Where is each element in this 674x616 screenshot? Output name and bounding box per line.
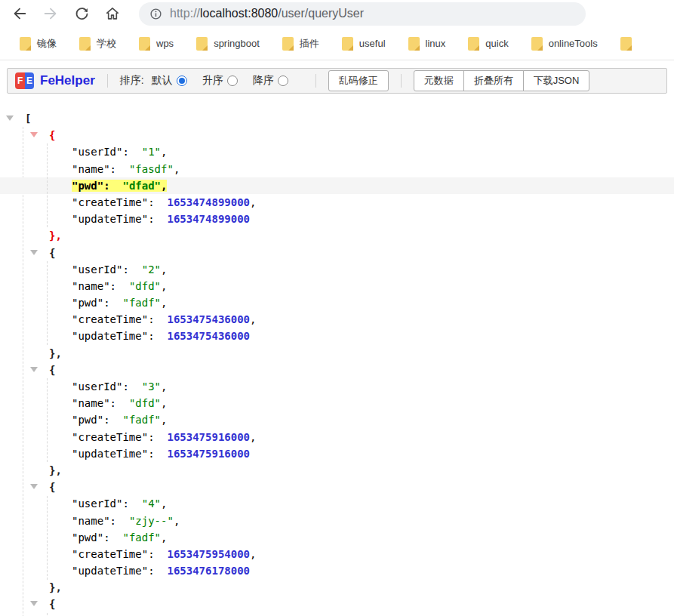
- home-icon[interactable]: [103, 5, 122, 23]
- json-token: "3": [142, 380, 161, 393]
- radio-descending[interactable]: [278, 75, 288, 86]
- json-line[interactable]: "userId": "3",: [0, 378, 674, 395]
- json-pair[interactable]: "name": "dfd",: [72, 280, 167, 292]
- json-line[interactable]: "name": "fasdf",: [0, 161, 674, 177]
- radio-default[interactable]: [177, 75, 187, 86]
- bookmark-folder-icon: [531, 37, 543, 51]
- collapse-arrow-icon[interactable]: [30, 250, 38, 255]
- bookmark-item[interactable]: linux: [408, 37, 446, 51]
- bookmark-item[interactable]: 学校: [79, 37, 116, 51]
- json-token: :: [148, 196, 167, 208]
- json-token: ,: [174, 515, 180, 527]
- json-token: {: [49, 129, 55, 141]
- json-line[interactable]: "updateTime": 1653475436000: [0, 328, 674, 344]
- json-line[interactable]: "updateTime": 1653476178000: [0, 562, 674, 579]
- json-line[interactable]: },: [0, 579, 674, 596]
- json-line[interactable]: "userId": "4",: [0, 495, 674, 512]
- json-line[interactable]: "userId": "2",: [0, 261, 674, 278]
- json-pair[interactable]: "name": "zjy--",: [72, 515, 180, 527]
- json-token: "name": [72, 163, 110, 175]
- collapse-arrow-icon[interactable]: [30, 132, 38, 137]
- json-token: 1653475436000: [167, 313, 250, 325]
- download-json-button[interactable]: 下载JSON: [523, 70, 590, 91]
- json-pair[interactable]: "updateTime": 1653475916000: [72, 448, 250, 460]
- json-pair[interactable]: "updateTime": 1653476178000: [72, 565, 250, 577]
- highlighted-json-pair[interactable]: "pwd": "dfad",: [72, 180, 167, 192]
- json-pair[interactable]: "updateTime": 1653474899000: [72, 213, 250, 225]
- json-line[interactable]: {: [0, 479, 674, 495]
- json-line[interactable]: "createTime": 1653474899000,: [0, 194, 674, 211]
- bookmark-item[interactable]: useful: [342, 37, 386, 51]
- json-line[interactable]: "name": "zjy--",: [0, 513, 674, 529]
- sort-option-descending[interactable]: 降序: [253, 74, 288, 88]
- json-pair[interactable]: "name": "fasdf",: [72, 163, 180, 175]
- back-icon[interactable]: [11, 5, 29, 23]
- json-token: ,: [161, 297, 167, 309]
- json-line[interactable]: "name": "dfd",: [0, 395, 674, 411]
- json-token: :: [103, 531, 122, 544]
- json-line[interactable]: "updateTime": 1653475916000: [0, 445, 674, 462]
- json-token: :: [110, 397, 129, 409]
- forward-icon[interactable]: [42, 5, 60, 23]
- json-line[interactable]: "pwd": "fadf",: [0, 411, 674, 428]
- json-line[interactable]: "userId": "1",: [0, 143, 674, 160]
- collapse-arrow-icon[interactable]: [30, 601, 38, 606]
- json-line[interactable]: {: [0, 596, 674, 612]
- json-line[interactable]: "pwd": "fadf",: [0, 529, 674, 546]
- json-pair[interactable]: "pwd": "fadf",: [72, 297, 167, 309]
- json-token: ,: [161, 146, 167, 158]
- json-line[interactable]: "updateTime": 1653474899000: [0, 211, 674, 227]
- bookmark-item[interactable]: wps: [139, 37, 174, 51]
- json-line[interactable]: },: [0, 462, 674, 479]
- json-line[interactable]: "createTime": 1653475916000,: [0, 429, 674, 445]
- divider: [401, 74, 402, 88]
- json-line[interactable]: "pwd": "dfad",: [0, 177, 674, 194]
- json-line[interactable]: [: [0, 110, 674, 127]
- json-pair[interactable]: "createTime": 1653475916000,: [72, 431, 256, 443]
- collapse-arrow-icon[interactable]: [30, 484, 38, 489]
- fix-encoding-button[interactable]: 乱码修正: [328, 70, 389, 91]
- json-token: "fasdf": [129, 163, 174, 175]
- json-pair[interactable]: "userId": "4",: [72, 497, 167, 510]
- json-line[interactable]: "createTime": 1653475436000,: [0, 311, 674, 328]
- json-pair[interactable]: "pwd": "fadf",: [72, 531, 167, 544]
- json-line[interactable]: "userId": "5",: [0, 613, 674, 616]
- json-pair[interactable]: "createTime": 1653474899000,: [72, 196, 256, 208]
- json-pair[interactable]: "userId": "3",: [72, 380, 167, 393]
- json-pair[interactable]: "updateTime": 1653475436000: [72, 330, 250, 342]
- json-line[interactable]: {: [0, 127, 674, 143]
- bookmark-item[interactable]: springboot: [196, 37, 260, 51]
- sort-option-default[interactable]: 默认: [152, 74, 187, 88]
- collapse-arrow-icon[interactable]: [30, 367, 38, 372]
- refresh-icon[interactable]: [72, 5, 91, 23]
- json-line[interactable]: "createTime": 1653475954000,: [0, 546, 674, 562]
- radio-ascending[interactable]: [227, 75, 238, 86]
- json-pair[interactable]: "userId": "2",: [72, 263, 167, 276]
- bookmark-item[interactable]: quick: [468, 37, 508, 51]
- collapse-arrow-icon[interactable]: [6, 116, 14, 121]
- sort-option-ascending[interactable]: 升序: [202, 74, 238, 88]
- collapse-all-button[interactable]: 折叠所有: [463, 70, 524, 91]
- json-pair[interactable]: "userId": "1",: [72, 146, 167, 158]
- indent-guide: [47, 613, 48, 616]
- json-line[interactable]: "pwd": "fadf",: [0, 294, 674, 311]
- json-pair[interactable]: "createTime": 1653475954000,: [72, 548, 256, 560]
- page-info-icon[interactable]: [149, 8, 162, 20]
- json-token: {: [49, 598, 55, 610]
- json-line[interactable]: "name": "dfd",: [0, 278, 674, 294]
- json-pair[interactable]: "createTime": 1653475436000,: [72, 313, 256, 325]
- json-line[interactable]: },: [0, 345, 674, 362]
- json-line[interactable]: },: [0, 227, 674, 244]
- indent-guide: [47, 143, 48, 227]
- json-line[interactable]: {: [0, 245, 674, 261]
- bookmark-folder-icon: [196, 37, 208, 51]
- metadata-button[interactable]: 元数据: [414, 70, 464, 91]
- bookmark-item[interactable]: [620, 37, 632, 51]
- json-line[interactable]: {: [0, 362, 674, 378]
- json-pair[interactable]: "pwd": "fadf",: [72, 414, 167, 426]
- bookmark-item[interactable]: 插件: [282, 37, 319, 51]
- address-bar[interactable]: http://localhost:8080/user/queryUser: [139, 2, 586, 26]
- bookmark-item[interactable]: onlineTools: [531, 37, 598, 51]
- json-pair[interactable]: "name": "dfd",: [72, 397, 167, 409]
- bookmark-item[interactable]: 镜像: [20, 37, 57, 51]
